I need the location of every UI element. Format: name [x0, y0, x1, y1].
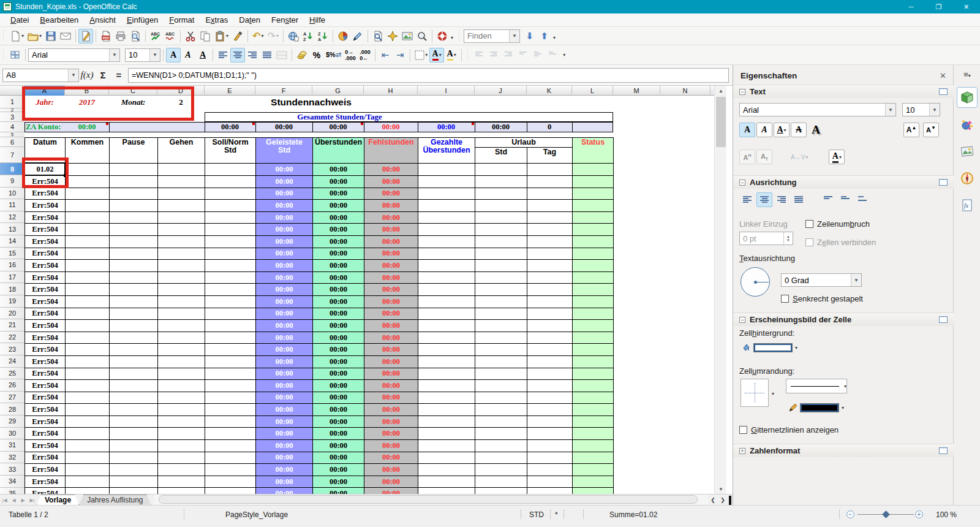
cell-B17[interactable] — [66, 271, 110, 284]
select-all-corner[interactable] — [0, 86, 24, 96]
cell-G26[interactable]: 00:00 — [313, 380, 364, 392]
cell-K20[interactable] — [527, 308, 573, 320]
cell-D8[interactable] — [158, 164, 205, 176]
sidebar-tab-navigator[interactable] — [957, 168, 978, 189]
cell-F21[interactable]: 00:00 — [256, 320, 313, 332]
cell-J31[interactable] — [475, 440, 527, 452]
cell-F13[interactable]: 00:00 — [256, 224, 313, 236]
find-combobox[interactable]: Finden▼ — [464, 29, 520, 43]
cell-G35[interactable]: 00:00 — [313, 488, 364, 494]
cell-I30[interactable] — [418, 428, 475, 440]
cell-J29[interactable] — [475, 415, 527, 428]
increase-font-size-button[interactable]: A▲ — [903, 123, 919, 137]
cell-C27[interactable] — [110, 392, 158, 404]
cell-B18[interactable] — [66, 284, 110, 296]
cell-B28[interactable] — [66, 404, 110, 416]
column-header-K[interactable]: K — [527, 86, 572, 96]
summary-title[interactable]: Gesammte Stunden/Tage — [205, 112, 475, 122]
cell-G30[interactable]: 00:00 — [313, 428, 364, 440]
cell-C22[interactable] — [110, 332, 158, 344]
cell-I15[interactable] — [418, 248, 475, 260]
cell-L12[interactable] — [573, 211, 614, 224]
table-header-pause[interactable]: Pause — [110, 138, 158, 164]
cell-A11[interactable]: Err:504 — [25, 200, 66, 212]
cell-I24[interactable] — [418, 355, 475, 368]
cell-I29[interactable] — [418, 415, 475, 428]
find-replace-button[interactable] — [371, 29, 385, 44]
cell-L32[interactable] — [573, 452, 614, 464]
paste-button[interactable]: ▾ — [213, 29, 230, 44]
menu-ansicht[interactable]: Ansicht — [84, 14, 121, 26]
cell-L21[interactable] — [573, 320, 614, 332]
cell-A27[interactable]: Err:504 — [25, 392, 66, 404]
zoom-in-icon[interactable]: + — [915, 510, 923, 518]
align-object-bottom-icon[interactable] — [546, 48, 560, 63]
cell-A17[interactable]: Err:504 — [25, 271, 66, 284]
menu-bearbeiten[interactable]: Bearbeiten — [34, 14, 84, 26]
cell-D35[interactable] — [158, 488, 205, 494]
column-header-G[interactable]: G — [312, 86, 364, 96]
cell-G23[interactable]: 00:00 — [313, 344, 364, 356]
cell-A14[interactable]: Err:504 — [25, 235, 66, 248]
degrees-combobox[interactable]: 0 Grad ▼ — [781, 273, 862, 287]
cell-H16[interactable]: 00:00 — [364, 260, 418, 272]
cell-G8[interactable]: 00:00 — [313, 164, 364, 176]
cell-K9[interactable] — [527, 176, 573, 188]
cell-E10[interactable] — [205, 188, 256, 200]
cell-L34[interactable] — [573, 476, 614, 488]
cell-H22[interactable]: 00:00 — [364, 332, 418, 344]
spelling-button[interactable]: ABC — [148, 29, 163, 44]
cell-J32[interactable] — [475, 452, 527, 464]
sidebar-font-color-button[interactable]: A▾ — [829, 150, 845, 164]
section-number-format[interactable]: + Zahlenformat — [733, 444, 954, 457]
cell-F34[interactable]: 00:00 — [256, 476, 313, 488]
cell-E30[interactable] — [205, 428, 256, 440]
cell-I10[interactable] — [418, 188, 475, 200]
alignment-dialog-launcher-icon[interactable] — [939, 179, 948, 186]
border-line-style-button[interactable]: ▾ — [786, 379, 847, 393]
cell-a4-za-konto-label[interactable]: ZA Konto: — [26, 122, 65, 132]
align-middle-button[interactable] — [837, 192, 853, 207]
vertical-scrollbar-thumb[interactable] — [716, 97, 726, 147]
cell-H8[interactable]: 00:00 — [364, 164, 418, 176]
cell-c1-monat-label[interactable]: Monat: — [109, 96, 157, 108]
toolbar-overflow-icon[interactable]: ▾ — [553, 35, 556, 40]
sidebar-underline-button[interactable]: A▾ — [774, 123, 790, 137]
cell-A24[interactable]: Err:504 — [25, 355, 66, 368]
cell-L16[interactable] — [573, 260, 614, 272]
send-email-button[interactable] — [58, 29, 73, 44]
column-header-D[interactable]: D — [157, 86, 205, 96]
sb-align-center-button[interactable] — [756, 192, 772, 207]
cell-F17[interactable]: 00:00 — [256, 271, 313, 284]
cell-C11[interactable] — [110, 200, 158, 212]
table-header-gehen[interactable]: Gehen — [158, 138, 205, 164]
dropdown-arrow-icon[interactable]: ▼ — [149, 49, 160, 61]
cell-K28[interactable] — [527, 404, 573, 416]
cell-K22[interactable] — [527, 332, 573, 344]
cell-H11[interactable]: 00:00 — [364, 200, 418, 212]
cell-B20[interactable] — [66, 308, 110, 320]
sidebar-strikethrough-button[interactable]: A — [791, 123, 807, 137]
new-document-button[interactable]: ▾ — [8, 29, 26, 44]
dropdown-arrow-icon[interactable]: ▾ — [772, 391, 774, 396]
sidebar-menu-icon[interactable]: ≡▾ — [957, 67, 978, 81]
orientation-dial[interactable] — [741, 267, 770, 297]
cell-L35[interactable] — [573, 488, 614, 494]
cell-K21[interactable] — [527, 320, 573, 332]
cell-B33[interactable] — [66, 464, 110, 476]
cell-C17[interactable] — [110, 271, 158, 284]
decrease-font-size-button[interactable]: A▼ — [923, 123, 939, 137]
cell-K14[interactable] — [527, 235, 573, 248]
previous-sheet-icon[interactable]: ◀ — [9, 495, 18, 505]
cell-K8[interactable] — [527, 164, 573, 176]
cell-B9[interactable] — [66, 176, 110, 188]
function-wizard-icon[interactable]: f(x) — [79, 68, 95, 83]
sort-ascending-button[interactable]: AZ — [301, 29, 315, 44]
add-decimal-icon[interactable]: 0→.000 — [343, 48, 358, 63]
export-pdf-button[interactable]: PDF — [99, 29, 113, 44]
cell-L25[interactable] — [573, 368, 614, 380]
cell-L10[interactable] — [573, 188, 614, 200]
cell-C12[interactable] — [110, 211, 158, 224]
text-dialog-launcher-icon[interactable] — [939, 88, 948, 95]
cell-D18[interactable] — [158, 284, 205, 296]
